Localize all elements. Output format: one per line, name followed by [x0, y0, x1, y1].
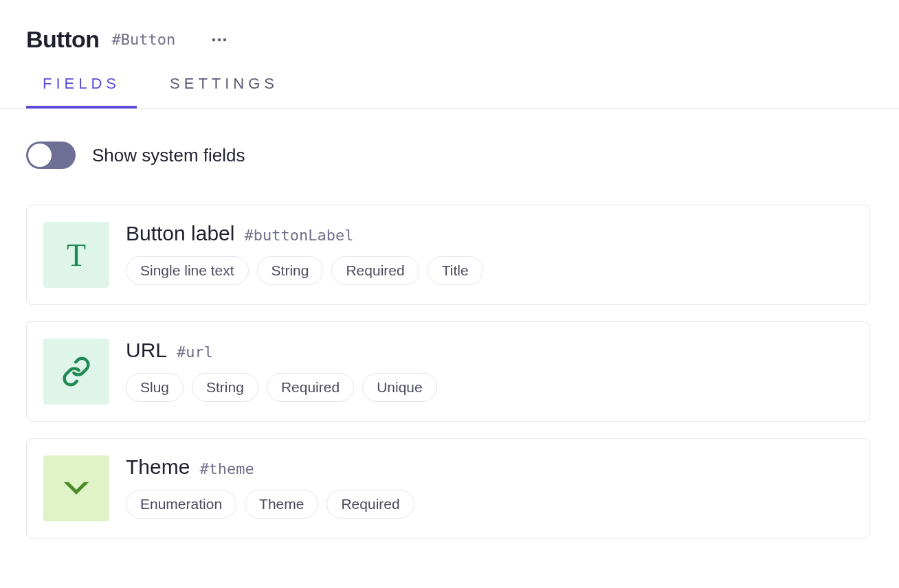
- field-card[interactable]: T Button label #buttonLabel Single line …: [26, 205, 870, 305]
- field-tag: String: [257, 256, 324, 285]
- svg-point-2: [223, 38, 226, 41]
- field-tag: Single line text: [126, 256, 249, 285]
- show-system-fields-label: Show system fields: [92, 145, 245, 166]
- field-title: Button label: [126, 222, 234, 245]
- field-card[interactable]: Theme #theme Enumeration Theme Required: [26, 438, 870, 539]
- link-field-icon: [43, 339, 109, 405]
- show-system-fields-toggle[interactable]: [26, 142, 76, 169]
- chevron-down-icon: [64, 482, 89, 495]
- enum-field-icon: [43, 455, 109, 521]
- field-title: URL: [126, 339, 167, 362]
- field-tag: Enumeration: [126, 490, 236, 519]
- svg-point-0: [212, 38, 215, 41]
- field-tags: Enumeration Theme Required: [126, 490, 853, 519]
- field-tag: Required: [331, 256, 419, 285]
- show-system-fields-row: Show system fields: [26, 142, 870, 169]
- tab-bar: FIELDS SETTINGS: [0, 53, 899, 109]
- field-tags: Slug String Required Unique: [126, 373, 853, 402]
- field-tag: Unique: [362, 373, 437, 402]
- field-body: URL #url Slug String Required Unique: [126, 339, 853, 402]
- more-horizontal-icon: [212, 38, 227, 42]
- field-tag: Required: [326, 490, 414, 519]
- tab-fields[interactable]: FIELDS: [43, 69, 120, 108]
- field-tag: Title: [428, 256, 483, 285]
- field-api-id: #buttonLabel: [244, 227, 353, 244]
- field-tag: Required: [267, 373, 354, 402]
- field-card[interactable]: URL #url Slug String Required Unique: [26, 321, 870, 422]
- field-api-id: #theme: [199, 460, 254, 477]
- page-title: Button: [26, 26, 100, 53]
- svg-point-1: [218, 38, 221, 41]
- field-title: Theme: [126, 455, 190, 479]
- field-tag: String: [192, 373, 258, 402]
- field-body: Button label #buttonLabel Single line te…: [126, 222, 853, 285]
- content-area: Show system fields T Button label #butto…: [0, 109, 899, 539]
- link-icon: [61, 357, 91, 387]
- field-tag: Theme: [245, 490, 318, 519]
- more-actions-button[interactable]: [207, 27, 232, 52]
- page-header: Button #Button: [0, 0, 899, 53]
- field-tags: Single line text String Required Title: [126, 256, 853, 285]
- field-api-id: #url: [177, 343, 213, 361]
- tab-settings[interactable]: SETTINGS: [170, 69, 278, 108]
- field-tag: Slug: [126, 373, 184, 402]
- field-body: Theme #theme Enumeration Theme Required: [126, 455, 853, 519]
- text-field-icon: T: [43, 222, 109, 288]
- model-api-id: #Button: [112, 31, 176, 48]
